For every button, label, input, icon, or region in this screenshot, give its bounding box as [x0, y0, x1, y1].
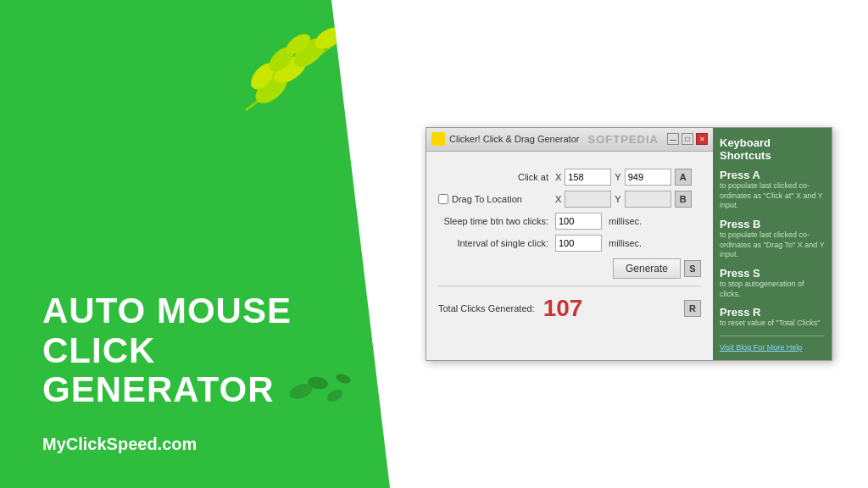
shortcut-a-key: Press A [720, 169, 825, 181]
click-at-row: Click at X Y A [438, 169, 701, 186]
r-key-badge: R [684, 300, 701, 317]
x-label-2: X [555, 194, 561, 204]
shortcut-a-desc: to populate last clicked co-ordinates as… [720, 181, 825, 211]
drag-x-input[interactable] [565, 191, 611, 208]
left-panel: AUTO MOUSE CLICK GENERATOR MyClickSpeed.… [0, 0, 390, 488]
shortcut-b: Press B to populate last clicked co-ordi… [720, 218, 825, 260]
y-label-2: Y [615, 194, 620, 204]
click-at-label: Click at [438, 172, 548, 182]
app-window: Clicker! Click & Drag Generator SOFTPEDI… [426, 127, 832, 361]
titlebar-buttons: — □ ✕ [667, 133, 708, 145]
generate-button[interactable]: Generate [613, 258, 681, 279]
softpedia-watermark: SOFTPEDIA [588, 133, 659, 146]
interval-unit: millisec. [609, 238, 642, 248]
app-main-section: Clicker! Click & Drag Generator SOFTPEDI… [426, 128, 713, 360]
interval-input[interactable] [555, 235, 602, 252]
drag-y-input[interactable] [625, 191, 671, 208]
app-titlebar: Clicker! Click & Drag Generator SOFTPEDI… [426, 128, 713, 152]
titlebar-left: Clicker! Click & Drag Generator [431, 132, 579, 146]
shortcut-r-desc: to reset value of "Total Clicks" [720, 319, 825, 329]
b-key-badge: B [675, 191, 692, 208]
app-content: Click at X Y A Drag To Location X Y [426, 152, 713, 334]
right-panel: Clicker! Click & Drag Generator SOFTPEDI… [390, 0, 868, 488]
blog-link[interactable]: Visit Blog For More Help [720, 343, 825, 352]
sleep-label: Sleep time btn two clicks: [438, 216, 548, 226]
shortcut-s-desc: to stop autogeneration of clicks. [720, 280, 825, 299]
shortcuts-title: Keyboard Shortcuts [720, 136, 825, 162]
shortcut-r-key: Press R [720, 306, 825, 319]
minimize-button[interactable]: — [667, 133, 679, 145]
s-key-badge: S [684, 260, 701, 277]
drag-checkbox-group: Drag To Location [438, 194, 548, 204]
sleep-time-row: Sleep time btn two clicks: millisec. [438, 213, 701, 230]
website-url: MyClickSpeed.com [42, 435, 390, 454]
shortcut-b-desc: to populate last clicked co-ordinates as… [720, 230, 825, 260]
total-label: Total Clicks Generated: [438, 303, 535, 313]
click-x-input[interactable] [565, 169, 611, 186]
shortcut-a: Press A to populate last clicked co-ordi… [720, 169, 825, 211]
app-icon [431, 132, 445, 146]
sleep-unit: millisec. [609, 216, 642, 226]
total-count: 107 [543, 295, 583, 322]
leaf-decoration-top [229, 17, 364, 122]
drag-checkbox[interactable] [438, 194, 448, 204]
close-button[interactable]: ✕ [696, 133, 708, 145]
drag-to-row: Drag To Location X Y B [438, 191, 701, 208]
svg-point-10 [325, 387, 344, 404]
interval-label: Interval of single click: [438, 238, 548, 248]
x-label-1: X [555, 172, 561, 182]
shortcut-s-key: Press S [720, 267, 825, 280]
drag-label: Drag To Location [452, 194, 522, 204]
generate-row: Generate S [438, 258, 701, 279]
sleep-input[interactable] [555, 213, 602, 230]
total-clicks-row: Total Clicks Generated: 107 R [438, 295, 701, 322]
click-y-input[interactable] [625, 169, 671, 186]
maximize-button[interactable]: □ [682, 133, 693, 145]
shortcut-b-key: Press B [720, 218, 825, 230]
y-label-1: Y [615, 172, 620, 182]
shortcut-r: Press R to reset value of "Total Clicks" [720, 306, 825, 329]
shortcuts-panel: Keyboard Shortcuts Press A to populate l… [713, 128, 832, 360]
app-title: Clicker! Click & Drag Generator [449, 134, 579, 144]
shortcut-s: Press S to stop autogeneration of clicks… [720, 267, 825, 299]
interval-row: Interval of single click: millisec. [438, 235, 701, 252]
svg-point-11 [335, 372, 352, 385]
a-key-badge: A [675, 169, 692, 186]
shortcuts-separator [720, 336, 825, 336]
leaf-decoration-bottom [288, 366, 356, 420]
